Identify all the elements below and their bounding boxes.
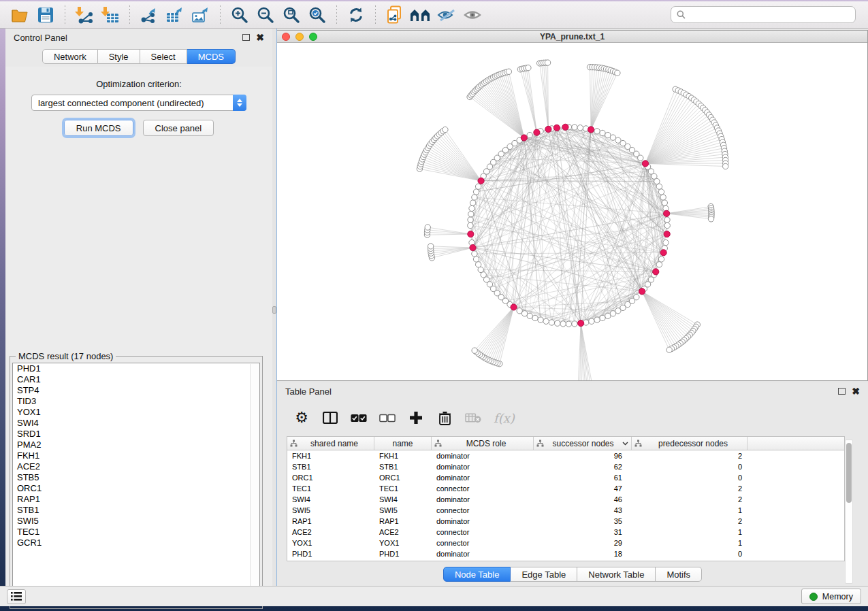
table-row[interactable]: YOX1YOX1connector291 — [287, 538, 844, 548]
table-cell[interactable]: 0 — [632, 550, 748, 558]
table-cell[interactable]: connector — [432, 539, 534, 547]
network-node[interactable] — [610, 311, 615, 316]
table-row[interactable]: ORC1ORC1dominator610 — [287, 472, 844, 483]
table-cell[interactable]: 18 — [534, 550, 632, 558]
tab-network-table[interactable]: Network Table — [577, 567, 656, 582]
table-cell[interactable]: 0 — [632, 474, 748, 482]
network-node[interactable] — [470, 200, 476, 205]
network-node[interactable] — [660, 195, 666, 200]
mcds-hub-node[interactable] — [588, 127, 594, 133]
table-cell[interactable]: dominator — [432, 517, 534, 525]
search-input[interactable] — [689, 10, 850, 20]
table-cell[interactable]: 43 — [534, 506, 632, 514]
table-cell[interactable]: 31 — [534, 528, 632, 536]
table-cell[interactable]: STB1 — [287, 463, 374, 471]
table-scrollbar[interactable] — [845, 440, 853, 584]
network-node[interactable] — [605, 132, 611, 137]
table-cell[interactable]: 2 — [632, 495, 748, 503]
zoom-fit-button[interactable] — [278, 4, 304, 26]
close-panel-icon[interactable]: ✖ — [256, 34, 264, 41]
float-panel-icon[interactable] — [242, 34, 250, 41]
network-node[interactable] — [658, 189, 664, 195]
table-cell[interactable]: 1 — [632, 539, 748, 547]
mcds-result-item[interactable]: TID3 — [13, 396, 259, 407]
export-table-button[interactable] — [162, 4, 188, 26]
network-node[interactable] — [555, 320, 560, 326]
table-cell[interactable]: SWI4 — [374, 495, 432, 503]
mcds-result-item[interactable]: YOX1 — [13, 407, 259, 418]
search-field[interactable] — [671, 6, 856, 23]
float-panel-icon[interactable] — [838, 388, 846, 395]
network-node[interactable] — [526, 65, 531, 70]
zoom-selected-button[interactable] — [304, 4, 330, 26]
table-cell[interactable]: STB1 — [374, 463, 432, 471]
table-cell[interactable]: RAP1 — [374, 517, 432, 525]
table-cell[interactable]: connector — [432, 506, 534, 514]
delete-column-button[interactable] — [436, 410, 453, 426]
tab-network[interactable]: Network — [42, 49, 98, 64]
network-node[interactable] — [594, 129, 600, 134]
network-node[interactable] — [600, 130, 605, 135]
mcds-hub-node[interactable] — [660, 250, 666, 256]
table-cell[interactable]: ORC1 — [374, 474, 432, 482]
mcds-result-item[interactable]: STB5 — [13, 472, 259, 483]
mcds-hub-node[interactable] — [468, 231, 474, 237]
tab-edge-table[interactable]: Edge Table — [511, 567, 577, 582]
zoom-out-button[interactable] — [253, 4, 278, 26]
table-cell[interactable]: dominator — [432, 463, 534, 471]
split-panel-button[interactable] — [322, 410, 338, 426]
export-network-button[interactable] — [136, 4, 162, 26]
table-cell[interactable]: 47 — [534, 484, 632, 493]
mcds-hub-node[interactable] — [511, 304, 517, 310]
network-node[interactable] — [662, 200, 667, 205]
mcds-hub-node[interactable] — [639, 288, 645, 295]
table-cell[interactable]: ORC1 — [287, 474, 374, 482]
table-cell[interactable]: dominator — [432, 452, 534, 460]
mcds-hub-node[interactable] — [578, 320, 584, 326]
import-network-button[interactable] — [71, 4, 97, 26]
network-graph[interactable] — [277, 44, 867, 380]
table-row[interactable]: STB1STB1dominator620 — [287, 461, 844, 472]
save-session-button[interactable] — [33, 4, 59, 26]
mcds-hub-node[interactable] — [553, 125, 560, 131]
table-cell[interactable]: dominator — [432, 474, 534, 482]
table-row[interactable]: TEC1TEC1connector472 — [287, 483, 844, 494]
mcds-result-item[interactable]: CAR1 — [13, 374, 259, 385]
mcds-result-item[interactable]: SWI4 — [13, 418, 259, 429]
table-row[interactable]: SWI4SWI4dominator462 — [287, 494, 844, 505]
table-cell[interactable]: YOX1 — [374, 539, 432, 547]
table-cell[interactable]: 1 — [632, 506, 748, 514]
table-cell[interactable]: FKH1 — [374, 452, 432, 460]
mcds-hub-node[interactable] — [664, 231, 670, 237]
network-node[interactable] — [527, 313, 532, 318]
open-session-button[interactable] — [7, 4, 33, 26]
mcds-hub-node[interactable] — [478, 178, 484, 184]
refresh-button[interactable] — [343, 4, 369, 26]
mcds-result-item[interactable]: ORC1 — [13, 483, 259, 494]
network-node[interactable] — [589, 318, 594, 324]
first-neighbors-button[interactable] — [408, 4, 434, 26]
network-node[interactable] — [664, 217, 670, 222]
table-cell[interactable]: connector — [432, 484, 534, 493]
mcds-result-item[interactable]: FKH1 — [13, 450, 259, 461]
column-header-mcds-role[interactable]: MCDS role — [432, 437, 534, 450]
mcds-result-item[interactable]: PMA2 — [13, 440, 259, 450]
network-node[interactable] — [560, 321, 566, 327]
mcds-list-scrollbar[interactable] — [250, 364, 259, 605]
network-node[interactable] — [605, 313, 611, 318]
mcds-result-item[interactable]: SWI5 — [13, 516, 259, 527]
network-node[interactable] — [654, 178, 660, 184]
mcds-result-item[interactable]: TEC1 — [13, 527, 259, 538]
run-mcds-button[interactable]: Run MCDS — [64, 120, 133, 136]
network-node[interactable] — [532, 315, 538, 320]
network-node[interactable] — [472, 251, 477, 257]
optimization-criterion-select[interactable]: largest connected component (undirected) — [31, 95, 246, 111]
network-node[interactable] — [468, 217, 473, 222]
network-node[interactable] — [545, 60, 550, 65]
mcds-result-list[interactable]: PHD1CAR1STP4TID3YOX1SWI4SRD1PMA2FKH1ACE2… — [12, 363, 260, 606]
table-cell[interactable]: 62 — [534, 463, 632, 471]
network-node[interactable] — [549, 320, 554, 325]
network-node[interactable] — [478, 267, 483, 272]
mcds-hub-node[interactable] — [642, 161, 648, 167]
table-row[interactable]: PHD1PHD1dominator180 — [287, 548, 844, 559]
